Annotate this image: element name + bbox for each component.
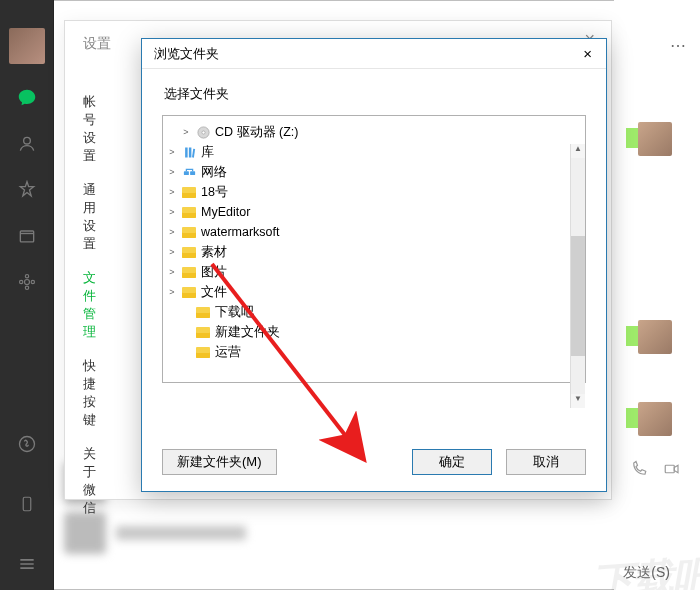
tree-item-label: 图片 [201,264,227,281]
avatar[interactable] [9,28,45,64]
tree-item[interactable]: >MyEditor [167,202,581,222]
svg-rect-8 [23,497,31,511]
svg-rect-15 [183,171,188,175]
fld-icon [181,225,197,239]
menu-icon[interactable] [15,552,39,576]
favorites-icon[interactable] [15,178,39,202]
expander-icon[interactable]: > [181,127,191,137]
scroll-down-icon[interactable]: ▼ [571,394,585,408]
tree-item[interactable]: >素材 [167,242,581,262]
expander-icon[interactable]: > [167,167,177,177]
svg-rect-13 [188,147,191,157]
svg-rect-14 [192,148,195,157]
scroll-up-icon[interactable]: ▲ [571,144,585,158]
chat-avatar[interactable] [638,122,672,156]
discover-icon[interactable] [15,270,39,294]
dialog-close-button[interactable]: × [577,43,598,64]
fld-icon [195,305,211,319]
ok-button[interactable]: 确定 [412,449,492,475]
svg-point-11 [201,130,204,133]
tree-item[interactable]: 新建文件夹 [167,322,581,342]
tree-item[interactable]: 运营 [167,342,581,362]
nav-about[interactable]: 关于微信 [83,445,106,517]
tree-item-label: 下载吧 [215,304,254,321]
fld-icon [181,265,197,279]
dialog-titlebar: 浏览文件夹 × [142,39,606,69]
nav-account[interactable]: 帐号设置 [83,93,106,165]
folder-tree[interactable]: >CD 驱动器 (Z:)>库>网络>18号>MyEditor>watermark… [162,115,586,383]
new-folder-button[interactable]: 新建文件夹(M) [162,449,277,475]
svg-point-5 [19,280,22,283]
expander-icon[interactable]: > [167,207,177,217]
chat-bubble [626,128,638,148]
chat-icon[interactable] [15,86,39,110]
more-icon[interactable]: ⋯ [670,36,688,55]
fld-icon [181,245,197,259]
dialog-title: 浏览文件夹 [154,45,219,63]
call-icon[interactable] [630,460,648,482]
cancel-button[interactable]: 取消 [506,449,586,475]
contacts-icon[interactable] [15,132,39,156]
dialog-buttons: 新建文件夹(M) 确定 取消 [142,449,606,475]
tree-item-label: 文件 [201,284,227,301]
svg-point-4 [25,286,28,289]
svg-rect-12 [185,147,188,157]
tree-item-label: 运营 [215,344,241,361]
app-sidebar [0,0,54,590]
tree-item-label: MyEditor [201,205,250,219]
chat-panel-edge: ⋯ 发送(S) [614,0,700,590]
chat-bubble [626,326,638,346]
net-icon [181,165,197,179]
tree-item-label: 新建文件夹 [215,324,280,341]
lib-icon [181,145,197,159]
chat-toolbar [630,460,682,482]
svg-rect-16 [190,171,195,175]
tree-item-label: watermarksoft [201,225,280,239]
tree-item[interactable]: >网络 [167,162,581,182]
tree-item[interactable]: >文件 [167,282,581,302]
chat-avatar[interactable] [638,320,672,354]
tree-item[interactable]: >watermarksoft [167,222,581,242]
files-icon[interactable] [15,224,39,248]
svg-rect-1 [20,231,33,242]
tree-item[interactable]: >图片 [167,262,581,282]
nav-general[interactable]: 通用设置 [83,181,106,253]
miniprogram-icon[interactable] [15,432,39,456]
expander-icon[interactable]: > [167,287,177,297]
svg-point-2 [24,280,29,285]
settings-nav: 帐号设置 通用设置 文件管理 快捷按键 关于微信 [65,93,106,533]
browse-folder-dialog: 浏览文件夹 × 选择文件夹 >CD 驱动器 (Z:)>库>网络>18号>MyEd… [141,38,607,492]
expander-icon[interactable]: > [167,247,177,257]
expander-icon[interactable]: > [167,147,177,157]
nav-files[interactable]: 文件管理 [83,269,106,341]
fld-icon [195,345,211,359]
expander-icon[interactable]: > [167,227,177,237]
nav-shortcuts[interactable]: 快捷按键 [83,357,106,429]
fld-icon [195,325,211,339]
dialog-subtitle: 选择文件夹 [142,69,606,115]
svg-point-0 [23,137,30,144]
watermark: 下载吧 [590,548,700,590]
fld-icon [181,185,197,199]
svg-point-3 [25,275,28,278]
tree-item-label: CD 驱动器 (Z:) [215,124,298,141]
expander-icon[interactable]: > [167,187,177,197]
tree-item-label: 18号 [201,184,228,201]
svg-point-6 [31,280,34,283]
chat-avatar[interactable] [638,402,672,436]
tree-item-label: 网络 [201,164,227,181]
tree-item[interactable]: >18号 [167,182,581,202]
video-icon[interactable] [662,460,682,482]
fld-icon [181,285,197,299]
phone-icon[interactable] [15,492,39,516]
scrollbar[interactable]: ▲ ▼ [570,144,585,408]
cd-icon [195,125,211,139]
fld-icon [181,205,197,219]
tree-item[interactable]: >库 [167,142,581,162]
tree-item[interactable]: >CD 驱动器 (Z:) [167,122,581,142]
scroll-thumb[interactable] [571,236,585,356]
tree-item[interactable]: 下载吧 [167,302,581,322]
expander-icon[interactable]: > [167,267,177,277]
chat-bubble [626,408,638,428]
svg-rect-9 [665,465,674,473]
